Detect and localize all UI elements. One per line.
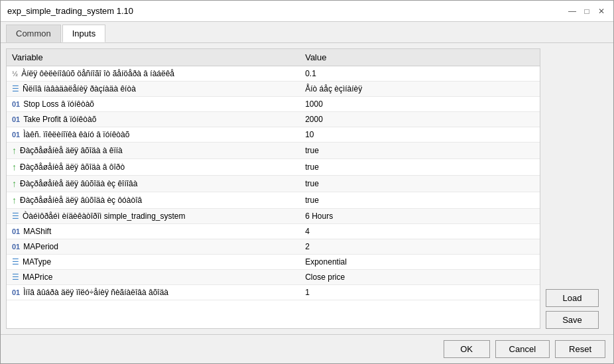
variable-cell: ↑Ðàçðåøåíèå äëÿ âûõîäà èç êîíîâà bbox=[7, 176, 300, 192]
variable-name: Ñëíîâ íàâàäàëåíèÿ ðàçíàäà êíòà bbox=[23, 84, 136, 93]
value-cell: Close price bbox=[300, 270, 540, 285]
arrow-icon: ↑ bbox=[12, 162, 17, 172]
row-icon-container: 01Stop Loss â ïóíêòàõ bbox=[12, 99, 94, 109]
numeric-icon: 01 bbox=[12, 100, 20, 108]
variable-cell: 01MAShift bbox=[7, 224, 300, 239]
row-icon-container: 01MAShift bbox=[12, 227, 51, 236]
tab-inputs[interactable]: Inputs bbox=[62, 25, 105, 42]
variable-cell: 01Take Profit â ïóíêòàõ bbox=[7, 112, 300, 127]
variable-name: Ðàçðåøåíèå äëÿ âûõîäà èç êîíîâà bbox=[20, 179, 137, 188]
list-icon: ☰ bbox=[12, 273, 19, 282]
cancel-button[interactable]: Cancel bbox=[495, 340, 550, 358]
numeric-icon: 01 bbox=[12, 115, 20, 123]
variable-cell: 01Ìíîâ âûáðà äëÿ ïîëó÷åíèÿ ñèãíàëîâà âõî… bbox=[7, 285, 300, 300]
table-row[interactable]: ↑Ðàçðåøåíèå äëÿ âûõîäà èç ôóàòîâtrue bbox=[7, 192, 540, 209]
table-row[interactable]: ☰Ñëíîâ íàâàäàëåíèÿ ðàçíàäà êíòàÅíò áåç è… bbox=[7, 82, 540, 97]
variable-name: Ìíîâ âûáðà äëÿ ïîëó÷åíèÿ ñèãíàëîâà âõîäà bbox=[23, 288, 168, 297]
value-cell: 2 bbox=[300, 239, 540, 255]
col-header-value: Value bbox=[300, 49, 540, 66]
value-cell: Exponential bbox=[300, 255, 540, 270]
row-icon-container: ☰Ñëíîâ íàâàäàëåíèÿ ðàçíàäà êíòà bbox=[12, 84, 136, 93]
variable-name: Ðàçðåøåíèå äëÿ âûõîäà èç ôóàòîâ bbox=[20, 196, 142, 205]
table-row[interactable]: 01Take Profit â ïóíêòàõ2000 bbox=[7, 112, 540, 127]
variable-name: Ðàçðåøåíèå äëÿ âõîäà à êïíà bbox=[20, 146, 123, 155]
variable-cell: 01MAPeriod bbox=[7, 239, 300, 255]
reset-button[interactable]: Reset bbox=[555, 340, 605, 358]
variable-name: Take Profit â ïóíêòàõ bbox=[23, 115, 96, 124]
variable-cell: 01Stop Loss â ïóíêòàõ bbox=[7, 97, 300, 112]
table-area: Variable Value ½Àíëÿ ôèëèíîâûõ öåñíîãî î… bbox=[6, 48, 540, 329]
value-cell: true bbox=[300, 143, 540, 159]
variable-cell: ↑Ðàçðåøåíèå äëÿ âõîäà à êïíà bbox=[7, 143, 300, 159]
table-row[interactable]: ↑Ðàçðåøåíèå äëÿ âõîäà â ôîðòtrue bbox=[7, 159, 540, 176]
table-row[interactable]: ½Àíëÿ ôèëèíîâûõ öåñíîãî îò ãåíöåðà â íàá… bbox=[7, 66, 540, 82]
value-cell: 6 Hours bbox=[300, 209, 540, 224]
variable-name: Àíëÿ ôèëèíîâûõ öåñíîãî îò ãåíöåðà â íàáë… bbox=[21, 69, 174, 78]
list-icon: ☰ bbox=[12, 84, 19, 93]
row-icon-container: ↑Ðàçðåøåíèå äëÿ âõîäà à êïíà bbox=[12, 145, 123, 156]
variable-name: Stop Loss â ïóíêòàõ bbox=[23, 99, 94, 109]
table-row[interactable]: 01MAShift4 bbox=[7, 224, 540, 239]
value-cell: 0.1 bbox=[300, 66, 540, 82]
right-panel: Load Save bbox=[540, 43, 613, 334]
inputs-table: Variable Value ½Àíëÿ ôèëèíîâûõ öåñíîãî î… bbox=[7, 49, 540, 300]
row-icon-container: ↑Ðàçðåøåíèå äëÿ âûõîäà èç ôóàòîâ bbox=[12, 195, 142, 206]
table-row[interactable]: ☰MATypeExponential bbox=[7, 255, 540, 270]
numeric-icon: 01 bbox=[12, 288, 20, 296]
row-icon-container: 01Ìàêñ. ïîêëèíîïêà êàíó â ïóíêòàõ bbox=[12, 130, 129, 139]
numeric-icon: 01 bbox=[12, 243, 20, 251]
row-icon-container: 01Ìíîâ âûáðà äëÿ ïîëó÷åíèÿ ñèãíàëîâà âõî… bbox=[12, 288, 168, 297]
main-window: exp_simple_trading_system 1.10 — □ ✕ Com… bbox=[0, 0, 614, 364]
tab-common[interactable]: Common bbox=[6, 25, 61, 42]
save-button[interactable]: Save bbox=[546, 311, 599, 329]
load-button[interactable]: Load bbox=[546, 289, 599, 307]
variable-name: MAPeriod bbox=[23, 242, 58, 251]
table-row[interactable]: ↑Ðàçðåøåíèå äëÿ âûõîäà èç êîíîâàtrue bbox=[7, 176, 540, 192]
table-row[interactable]: 01Stop Loss â ïóíêòàõ1000 bbox=[7, 97, 540, 112]
value-cell: 2000 bbox=[300, 112, 540, 127]
variable-cell: ☰MAPrice bbox=[7, 270, 300, 285]
col-header-variable: Variable bbox=[7, 49, 300, 66]
row-icon-container: ½Àíëÿ ôèëèíîâûõ öåñíîãî îò ãåíöåðà â íàá… bbox=[12, 69, 174, 78]
row-icon-container: 01Take Profit â ïóíêòàõ bbox=[12, 115, 96, 124]
title-bar: exp_simple_trading_system 1.10 — □ ✕ bbox=[1, 1, 613, 22]
variable-name: Ìàêñ. ïîêëèíîïêà êàíó â ïóíêòàõ bbox=[23, 130, 129, 139]
table-row[interactable]: ↑Ðàçðåøåíèå äëÿ âõîäà à êïíàtrue bbox=[7, 143, 540, 159]
arrow-icon: ↑ bbox=[12, 195, 17, 206]
variable-name: Ðàçðåøåíèå äëÿ âõîäà â ôîðò bbox=[20, 162, 125, 172]
value-cell: true bbox=[300, 176, 540, 192]
window-controls: — □ ✕ bbox=[567, 6, 607, 17]
arrow-icon: ↑ bbox=[12, 145, 17, 156]
bottom-bar: OK Cancel Reset bbox=[1, 334, 613, 363]
half-icon: ½ bbox=[12, 70, 18, 78]
variable-cell: ↑Ðàçðåøåíèå äëÿ âõîäà â ôîðò bbox=[7, 159, 300, 176]
ok-button[interactable]: OK bbox=[444, 340, 490, 358]
table-row[interactable]: 01Ìíîâ âûáðà äëÿ ïîëó÷åíèÿ ñèãíàëîâà âõî… bbox=[7, 285, 540, 300]
variable-cell: ☰MAType bbox=[7, 255, 300, 270]
value-cell: true bbox=[300, 159, 540, 176]
value-cell: true bbox=[300, 192, 540, 209]
value-cell: 1 bbox=[300, 285, 540, 300]
value-cell: 4 bbox=[300, 224, 540, 239]
window-title: exp_simple_trading_system 1.10 bbox=[7, 6, 133, 16]
numeric-icon: 01 bbox=[12, 227, 20, 235]
row-icon-container: ☰Òàéìôðåéì èíäèêàòîðîì simple_trading_sy… bbox=[12, 212, 185, 221]
table-row[interactable]: 01MAPeriod2 bbox=[7, 239, 540, 255]
minimize-button[interactable]: — bbox=[567, 6, 578, 17]
row-icon-container: ↑Ðàçðåøåíèå äëÿ âõîäà â ôîðò bbox=[12, 162, 125, 172]
tab-bar: Common Inputs bbox=[1, 22, 613, 43]
variable-cell: ½Àíëÿ ôèëèíîâûõ öåñíîãî îò ãåíöåðà â íàá… bbox=[7, 66, 300, 82]
table-row[interactable]: 01Ìàêñ. ïîêëèíîïêà êàíó â ïóíêòàõ10 bbox=[7, 127, 540, 143]
table-row[interactable]: ☰MAPriceClose price bbox=[7, 270, 540, 285]
content-area: Variable Value ½Àíëÿ ôèëèíîâûõ öåñíîãî î… bbox=[1, 43, 613, 334]
row-icon-container: ↑Ðàçðåøåíèå äëÿ âûõîäà èç êîíîâà bbox=[12, 178, 137, 189]
variable-name: Òàéìôðåéì èíäèêàòîðîì simple_trading_sys… bbox=[23, 212, 185, 221]
row-icon-container: 01MAPeriod bbox=[12, 242, 58, 251]
variable-cell: 01Ìàêñ. ïîêëèíîïêà êàíó â ïóíêòàõ bbox=[7, 127, 300, 143]
numeric-icon: 01 bbox=[12, 131, 20, 139]
table-row[interactable]: ☰Òàéìôðåéì èíäèêàòîðîì simple_trading_sy… bbox=[7, 209, 540, 224]
maximize-button[interactable]: □ bbox=[582, 6, 592, 17]
close-button[interactable]: ✕ bbox=[596, 6, 607, 17]
row-icon-container: ☰MAType bbox=[12, 257, 51, 267]
list-icon: ☰ bbox=[12, 257, 19, 267]
